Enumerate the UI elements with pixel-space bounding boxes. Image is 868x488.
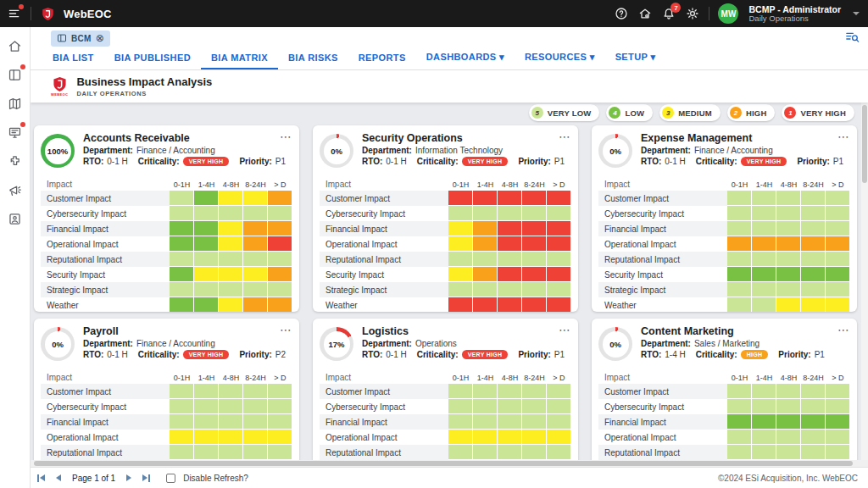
matrix-cell-vl[interactable]	[448, 252, 473, 267]
matrix-cell-vl[interactable]	[498, 445, 522, 460]
matrix-cell-vl[interactable]	[194, 282, 219, 297]
matrix-cell-vl[interactable]	[473, 445, 498, 460]
matrix-cell-vl[interactable]	[752, 430, 776, 445]
next-page-button[interactable]	[125, 473, 133, 483]
sidebar-item-plugins[interactable]	[7, 152, 24, 169]
tab-setup[interactable]: SETUP ▾	[605, 52, 666, 69]
card-menu-button[interactable]: ⋯	[280, 325, 292, 334]
account-info[interactable]: BCMP - Administrator Daily Operations	[748, 4, 841, 24]
matrix-cell-vl[interactable]	[243, 282, 268, 297]
matrix-cell-vl[interactable]	[826, 384, 850, 399]
tab-bia-list[interactable]: BIA LIST	[42, 53, 104, 69]
matrix-cell-vh[interactable]	[448, 297, 473, 312]
matrix-cell-l[interactable]	[170, 267, 194, 282]
matrix-cell-l[interactable]	[170, 236, 194, 252]
matrix-cell-m[interactable]	[448, 221, 473, 236]
matrix-cell-vh[interactable]	[498, 191, 522, 206]
notifications-bell-icon[interactable]: 7	[661, 6, 676, 21]
matrix-cell-l[interactable]	[752, 267, 776, 282]
legend-pill-low[interactable]: 4LOW	[606, 104, 653, 121]
matrix-cell-vl[interactable]	[194, 384, 219, 399]
close-icon[interactable]: ⊗	[96, 33, 104, 43]
matrix-cell-vl[interactable]	[448, 445, 473, 460]
menu-icon[interactable]	[7, 6, 22, 21]
matrix-cell-m[interactable]	[219, 267, 243, 282]
matrix-cell-vl[interactable]	[826, 206, 850, 221]
matrix-cell-l[interactable]	[170, 221, 194, 236]
matrix-cell-vl[interactable]	[473, 399, 498, 414]
matrix-cell-m[interactable]	[801, 297, 826, 312]
matrix-cell-l[interactable]	[801, 414, 826, 430]
matrix-cell-vl[interactable]	[801, 221, 826, 236]
matrix-cell-vl[interactable]	[473, 282, 498, 297]
matrix-cell-vl[interactable]	[243, 445, 268, 460]
sidebar-item-contacts[interactable]	[7, 210, 24, 227]
matrix-cell-vl[interactable]	[547, 399, 571, 414]
workspace-tab-bcm[interactable]: BCM ⊗	[51, 30, 110, 47]
matrix-cell-vh[interactable]	[498, 221, 522, 236]
matrix-cell-vl[interactable]	[243, 252, 268, 267]
matrix-cell-vl[interactable]	[268, 252, 292, 267]
matrix-cell-vl[interactable]	[826, 399, 850, 414]
matrix-cell-vl[interactable]	[243, 399, 268, 414]
legend-pill-very-low[interactable]: 5VERY LOW	[529, 104, 600, 121]
matrix-cell-h[interactable]	[752, 236, 776, 252]
matrix-cell-vl[interactable]	[727, 252, 752, 267]
matrix-cell-l[interactable]	[170, 297, 194, 312]
matrix-cell-vl[interactable]	[170, 282, 194, 297]
legend-pill-high[interactable]: 2HIGH	[727, 104, 776, 121]
matrix-cell-m[interactable]	[170, 430, 194, 445]
matrix-cell-vh[interactable]	[522, 297, 547, 312]
matrix-cell-vl[interactable]	[268, 206, 292, 221]
matrix-cell-m[interactable]	[219, 297, 243, 312]
matrix-cell-vl[interactable]	[498, 252, 522, 267]
matrix-cell-vl[interactable]	[448, 399, 473, 414]
matrix-cell-l[interactable]	[776, 267, 801, 282]
sidebar-item-home[interactable]	[7, 37, 24, 54]
matrix-cell-vl[interactable]	[547, 384, 571, 399]
tab-bia-matrix[interactable]: BIA MATRIX	[201, 53, 278, 69]
card-menu-button[interactable]: ⋯	[559, 132, 571, 141]
matrix-cell-vl[interactable]	[170, 191, 194, 206]
matrix-cell-l[interactable]	[194, 236, 219, 252]
matrix-cell-vl[interactable]	[522, 414, 547, 430]
matrix-cell-l[interactable]	[826, 414, 850, 430]
matrix-cell-vl[interactable]	[170, 252, 194, 267]
matrix-cell-h[interactable]	[268, 297, 292, 312]
matrix-cell-vl[interactable]	[826, 221, 850, 236]
matrix-cell-vl[interactable]	[776, 430, 801, 445]
matrix-cell-vl[interactable]	[752, 445, 776, 460]
matrix-cell-vl[interactable]	[752, 297, 776, 312]
matrix-cell-vl[interactable]	[752, 252, 776, 267]
matrix-cell-vl[interactable]	[826, 282, 850, 297]
matrix-cell-vl[interactable]	[268, 445, 292, 460]
matrix-cell-vl[interactable]	[170, 206, 194, 221]
help-icon[interactable]	[614, 6, 629, 21]
matrix-cell-vl[interactable]	[170, 414, 194, 430]
horizontal-scrollbar[interactable]	[31, 460, 868, 467]
matrix-cell-vh[interactable]	[498, 236, 522, 252]
matrix-cell-vl[interactable]	[752, 282, 776, 297]
matrix-cell-m[interactable]	[219, 191, 243, 206]
matrix-cell-m[interactable]	[498, 430, 522, 445]
matrix-cell-m[interactable]	[268, 430, 292, 445]
matrix-cell-m[interactable]	[194, 267, 219, 282]
matrix-cell-vl[interactable]	[243, 384, 268, 399]
matrix-cell-vl[interactable]	[473, 414, 498, 430]
matrix-cell-vl[interactable]	[268, 414, 292, 430]
tab-reports[interactable]: REPORTS	[348, 53, 416, 69]
matrix-cell-m[interactable]	[473, 430, 498, 445]
matrix-cell-vl[interactable]	[498, 384, 522, 399]
matrix-cell-vl[interactable]	[752, 221, 776, 236]
avatar[interactable]: MW	[718, 3, 738, 24]
card-menu-button[interactable]: ⋯	[559, 325, 571, 334]
matrix-cell-l[interactable]	[826, 267, 850, 282]
matrix-cell-vl[interactable]	[826, 445, 850, 460]
matrix-cell-vl[interactable]	[826, 252, 850, 267]
matrix-cell-vl[interactable]	[752, 206, 776, 221]
matrix-cell-vl[interactable]	[473, 206, 498, 221]
card-menu-button[interactable]: ⋯	[837, 325, 850, 334]
matrix-cell-vl[interactable]	[727, 282, 752, 297]
disable-refresh-checkbox[interactable]	[166, 474, 175, 483]
matrix-cell-m[interactable]	[219, 236, 243, 252]
